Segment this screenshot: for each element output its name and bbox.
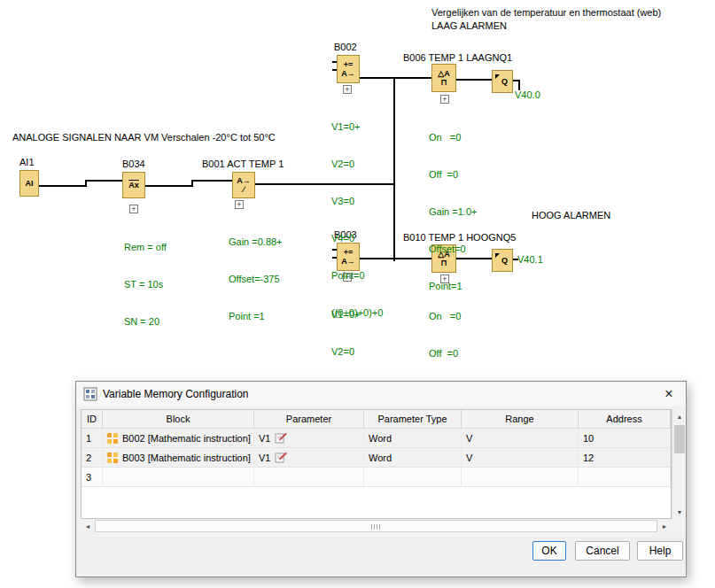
block-label-b006: B006 TEMP 1 LAAGNQ1 <box>403 52 512 63</box>
column-header-address[interactable]: Address <box>579 410 671 428</box>
cell-parameter-type[interactable] <box>364 468 462 486</box>
expand-icon[interactable]: + <box>129 205 138 213</box>
param-line: Off =0 <box>429 168 477 181</box>
table-row[interactable]: 3 <box>82 468 671 487</box>
horizontal-scrollbar[interactable]: ◄ ► <box>81 519 672 533</box>
dialog-titlebar[interactable]: Variable Memory Configuration × <box>76 382 686 406</box>
column-header-id[interactable]: ID <box>82 410 103 428</box>
comment-top-line1: Vergelijken van de temperatuur en thermo… <box>431 7 661 18</box>
edit-icon[interactable] <box>275 452 287 463</box>
block-label-b002: B002 <box>334 42 357 52</box>
horizontal-scrollbar-thumb[interactable] <box>95 520 657 532</box>
cell-id[interactable]: 2 <box>82 448 103 467</box>
block-ai1[interactable]: AI <box>19 170 39 197</box>
block-label-b001: B001 ACT TEMP 1 <box>202 159 284 169</box>
cell-address[interactable]: 10 <box>579 429 671 447</box>
wire <box>39 185 87 187</box>
block-cell-text: B003 [Mathematic instruction] <box>122 453 251 463</box>
cell-parameter[interactable] <box>254 468 364 486</box>
scroll-up-icon[interactable]: ▲ <box>672 409 687 423</box>
cell-range[interactable] <box>462 468 579 486</box>
block-output-q-top[interactable]: Q <box>492 70 513 93</box>
param-line: V1=0+ <box>331 308 383 321</box>
param-line: V1=0+ <box>331 120 383 133</box>
wire <box>393 77 395 261</box>
vertical-scrollbar[interactable]: ▲ ▼ <box>672 409 686 519</box>
param-line: Off =0 <box>429 347 477 360</box>
variable-memory-dialog: Variable Memory Configuration × ID Block… <box>75 381 687 577</box>
table-header: ID Block Parameter Parameter Type Range … <box>82 410 671 429</box>
param-line: Offset=0 <box>429 243 477 255</box>
param-line: V2=0 <box>331 158 383 170</box>
cancel-button[interactable]: Cancel <box>575 541 630 561</box>
cell-parameter[interactable]: V1 <box>254 429 364 447</box>
wire <box>145 185 193 187</box>
cell-block[interactable]: B003 [Mathematic instruction] <box>103 448 254 467</box>
expand-icon[interactable]: + <box>235 200 244 209</box>
param-line: V2=0 <box>331 345 383 358</box>
scroll-down-icon[interactable]: ▼ <box>672 505 687 519</box>
param-line: Rem = off <box>124 241 167 253</box>
cell-block[interactable] <box>103 468 254 486</box>
param-line: Gain =0.88+ <box>229 236 283 248</box>
block-icon <box>107 453 118 463</box>
comment-hoog-alarmen: HOOG ALARMEN <box>532 210 610 220</box>
column-header-parameter[interactable]: Parameter <box>254 410 364 428</box>
amplifier-symbol-top: A→ <box>237 176 251 185</box>
cell-range[interactable]: V <box>462 448 579 467</box>
scroll-left-icon[interactable]: ◄ <box>81 519 95 533</box>
block-b001[interactable]: A→ ∕ <box>232 172 255 198</box>
comment-laag-alarmen: LAAG ALARMEN <box>431 20 507 31</box>
cell-id[interactable]: 3 <box>82 468 103 486</box>
cell-parameter-type[interactable]: Word <box>364 429 462 447</box>
wire <box>360 77 431 79</box>
table-row[interactable]: 2 B003 [Mathematic instruction] V1 <box>82 448 671 468</box>
param-line: Gain =1.0+ <box>429 205 477 218</box>
param-line: Point =1 <box>229 310 283 322</box>
wire <box>85 180 122 182</box>
parameter-cell-text: V1 <box>259 433 270 444</box>
column-header-block[interactable]: Block <box>103 410 254 428</box>
vm-table: ID Block Parameter Parameter Type Range … <box>81 409 672 519</box>
scrollbar-corner <box>672 519 686 533</box>
threshold-symbol-bottom: ⊓ <box>440 78 447 87</box>
cell-range[interactable]: V <box>462 429 579 447</box>
expand-icon[interactable]: + <box>440 95 449 104</box>
block-b006[interactable]: △A ⊓ <box>431 64 456 92</box>
vm-address-v40-1: V40.1 <box>517 254 543 265</box>
scroll-right-icon[interactable]: ► <box>657 519 672 533</box>
wire <box>456 79 492 81</box>
analog-filter-symbol: Ax <box>128 181 139 190</box>
column-header-range[interactable]: Range <box>462 410 579 428</box>
math-symbol-top: += <box>344 60 354 69</box>
block-b034[interactable]: Ax <box>122 172 145 198</box>
cell-parameter-type[interactable]: Word <box>364 448 462 467</box>
cell-block[interactable]: B002 [Mathematic instruction] <box>103 429 254 447</box>
math-symbol-bottom: A→ <box>341 69 355 78</box>
cell-address[interactable] <box>579 468 671 486</box>
block-label-ai1: AI1 <box>19 157 35 167</box>
expand-icon[interactable]: + <box>343 85 352 94</box>
vertical-scrollbar-thumb[interactable] <box>674 425 685 453</box>
table-row[interactable]: 1 B002 [Mathematic instruction] V1 <box>82 429 671 448</box>
cell-id[interactable]: 1 <box>82 429 103 447</box>
block-icon <box>107 433 118 444</box>
scrollbar-grip <box>371 524 382 530</box>
param-line: SN = 20 <box>124 315 167 328</box>
param-line: V3=0 <box>331 195 383 207</box>
cell-parameter[interactable]: V1 <box>254 448 364 467</box>
cell-address[interactable]: 12 <box>579 448 671 467</box>
edit-icon[interactable] <box>275 432 287 444</box>
param-line: On =0 <box>429 131 477 143</box>
column-header-parameter-type[interactable]: Parameter Type <box>364 410 462 428</box>
block-output-q-bottom[interactable]: Q <box>492 249 513 272</box>
block-b002[interactable]: += A→ <box>337 55 360 83</box>
flag-icon <box>495 74 500 79</box>
close-icon[interactable]: × <box>652 382 686 406</box>
application-window: Vergelijken van de temperatuur en thermo… <box>0 0 715 588</box>
parameter-cell-text: V1 <box>259 453 270 463</box>
param-line: V4=0 <box>331 232 383 244</box>
help-button[interactable]: Help <box>637 541 683 561</box>
ok-button[interactable]: OK <box>532 541 566 561</box>
block-label-b034: B034 <box>122 159 145 169</box>
